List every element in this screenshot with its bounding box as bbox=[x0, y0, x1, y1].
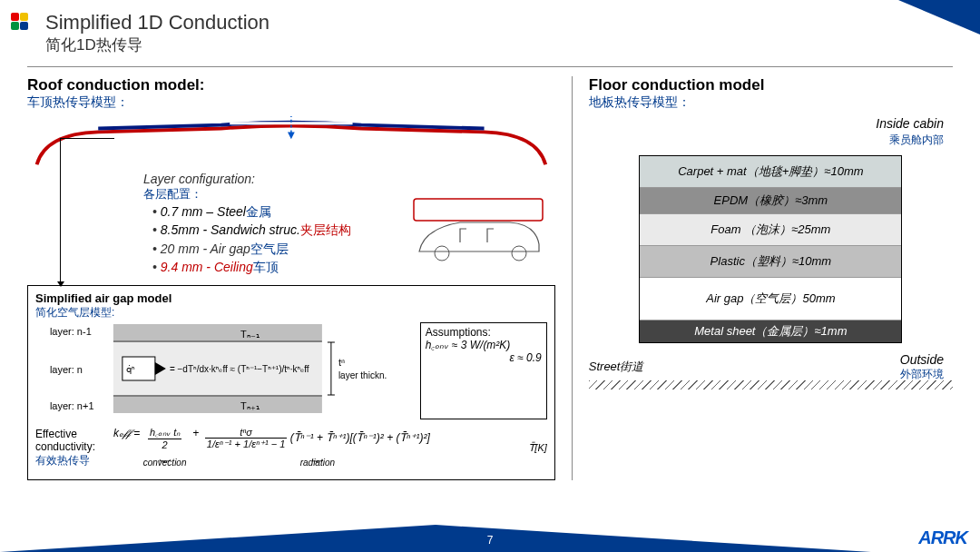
divider bbox=[27, 66, 953, 67]
roof-title: Roof conduction model: bbox=[27, 76, 555, 94]
page-number: 7 bbox=[487, 534, 494, 547]
svg-text:layer: n: layer: n bbox=[50, 364, 83, 375]
svg-text:tⁿ: tⁿ bbox=[338, 357, 345, 368]
svg-rect-5 bbox=[113, 324, 322, 340]
roof-profile-icon bbox=[27, 116, 555, 169]
floor-layer: Metal sheet（金属层）≈1mm bbox=[640, 320, 901, 342]
floor-title: Floor conduction model bbox=[589, 76, 953, 94]
logo-dots-icon bbox=[11, 13, 36, 33]
roof-column: Roof conduction model: 车顶热传导模型： Layer co… bbox=[27, 76, 555, 480]
svg-rect-7 bbox=[113, 397, 322, 413]
svg-text:layer: n+1: layer: n+1 bbox=[50, 400, 94, 411]
footer-shape-icon bbox=[436, 525, 871, 552]
airgap-box: Simplified air gap model 简化空气层模型: layer:… bbox=[27, 285, 555, 480]
inside-label: Inside cabin bbox=[589, 116, 944, 131]
assump-h: h꜀ₒₙᵥ ≈ 3 W/(m²K) bbox=[426, 339, 542, 351]
svg-marker-1 bbox=[288, 132, 295, 139]
svg-text:Tₙ₋₁: Tₙ₋₁ bbox=[240, 329, 260, 340]
airgap-inner: layer: n-1layer: nlayer: n+1 Tₙ₋₁Tₙ₊₁ q̇… bbox=[35, 322, 547, 419]
floor-layer: Carpet + mat（地毯+脚垫）≈10mm bbox=[640, 156, 901, 188]
svg-point-4 bbox=[512, 246, 526, 261]
eff-label-en: Effective conductivity: bbox=[35, 428, 106, 453]
layer-config: Layer configuration: 各层配置： 0.7 mm – Stee… bbox=[143, 172, 555, 276]
title-en: Simplified 1D Conduction bbox=[45, 11, 980, 34]
footer-shape-icon bbox=[0, 525, 436, 552]
roof-title-zh: 车顶热传导模型： bbox=[27, 94, 555, 111]
car-silhouette-icon bbox=[410, 197, 546, 270]
floor-layer: EPDM（橡胶）≈3mm bbox=[640, 188, 901, 214]
svg-text:layer: n-1: layer: n-1 bbox=[50, 326, 92, 337]
footer: 7 ARRK bbox=[0, 521, 980, 552]
floor-stack: Carpet + mat（地毯+脚垫）≈10mm EPDM（橡胶）≈3mm Fo… bbox=[639, 155, 902, 343]
slide-header: Simplified 1D Conduction 简化1D热传导 bbox=[0, 0, 980, 63]
tbar-label: T̄[K] bbox=[529, 442, 547, 454]
assump-title: Assumptions: bbox=[426, 326, 542, 339]
floor-column: Floor conduction model 地板热传导模型： Inside c… bbox=[572, 76, 953, 480]
airgap-schema: layer: n-1layer: nlayer: n+1 Tₙ₋₁Tₙ₊₁ q̇… bbox=[35, 322, 409, 419]
svg-text:= −dTⁿ/dx·kⁿₑff ≈ (Tⁿ⁻¹−Tⁿ⁺¹)/: = −dTⁿ/dx·kⁿₑff ≈ (Tⁿ⁻¹−Tⁿ⁺¹)/tⁿ·kⁿₑff bbox=[170, 364, 309, 374]
assump-eps: ε ≈ 0.9 bbox=[426, 351, 542, 364]
layer-config-title: Layer configuration: bbox=[143, 172, 555, 186]
slide: Simplified 1D Conduction 简化1D热传导 Roof co… bbox=[0, 0, 980, 552]
brand-logo: ARRK bbox=[918, 527, 967, 548]
content-area: Roof conduction model: 车顶热传导模型： Layer co… bbox=[0, 76, 980, 480]
svg-text:Tₙ₊₁: Tₙ₊₁ bbox=[240, 400, 260, 411]
assumptions-box: Assumptions: h꜀ₒₙᵥ ≈ 3 W/(m²K) ε ≈ 0.9 bbox=[420, 322, 547, 419]
street-label: Street街道 bbox=[589, 359, 953, 375]
floor-layer: Plastic（塑料）≈10mm bbox=[640, 246, 901, 278]
floor-layer: Air gap（空气层）50mm bbox=[640, 278, 901, 320]
svg-text:layer thickn.: layer thickn. bbox=[338, 370, 387, 380]
keff-formula: kₑ𝒻𝒻 = h꜀ₒₙᵥ tₙ2⏟convection + tⁿσ1/εⁿ⁻¹ … bbox=[113, 427, 430, 468]
pointer-line-icon bbox=[60, 138, 61, 283]
svg-rect-2 bbox=[414, 199, 543, 221]
svg-text:q̇ⁿ: q̇ⁿ bbox=[126, 364, 135, 374]
ground-hatch-icon bbox=[589, 380, 953, 389]
floor-title-zh: 地板热传导模型： bbox=[589, 94, 953, 111]
inside-label-zh: 乘员舱内部 bbox=[589, 133, 944, 148]
airgap-title: Simplified air gap model bbox=[35, 291, 547, 305]
eff-label-zh: 有效热传导 bbox=[35, 453, 106, 468]
floor-layer: Foam （泡沫）≈25mm bbox=[640, 214, 901, 246]
corner-accent bbox=[898, 0, 980, 34]
airgap-title-zh: 简化空气层模型: bbox=[35, 305, 547, 320]
svg-point-3 bbox=[435, 246, 449, 261]
airgap-diagram-icon: layer: n-1layer: nlayer: n+1 Tₙ₋₁Tₙ₊₁ q̇… bbox=[35, 322, 409, 417]
title-zh: 简化1D热传导 bbox=[45, 34, 980, 55]
effective-k-row: Effective conductivity: 有效热传导 kₑ𝒻𝒻 = h꜀ₒ… bbox=[35, 427, 547, 468]
